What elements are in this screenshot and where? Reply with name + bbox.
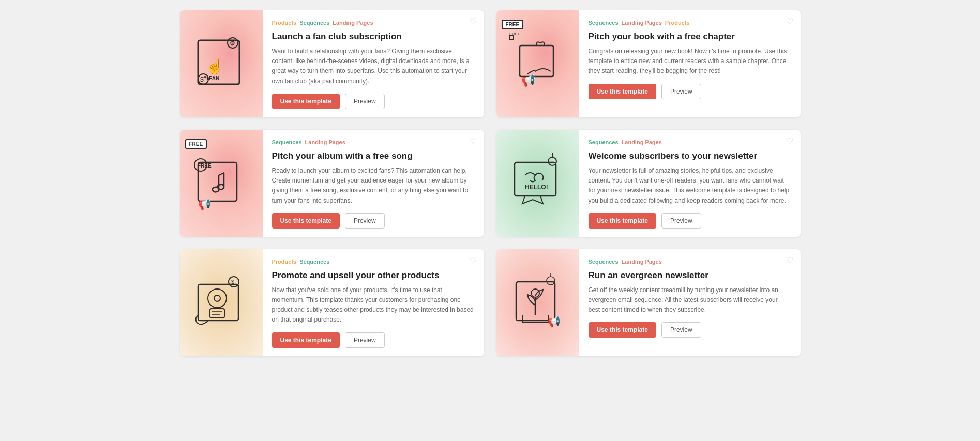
use-template-button-book-chapter[interactable]: Use this template <box>589 84 656 99</box>
svg-text:$: $ <box>200 76 204 83</box>
tag-sequences: Sequences <box>589 19 619 27</box>
card-actions-welcome-newsletter: Use this template Preview <box>589 213 791 229</box>
card-desc-welcome-newsletter: Your newsletter is full of amazing stori… <box>589 166 791 206</box>
card-title-fan-club: Launch a fan club subscription <box>272 31 475 42</box>
favorite-icon-welcome-newsletter[interactable]: ♡ <box>786 136 793 146</box>
card-actions-book-chapter: Use this template Preview <box>589 84 791 99</box>
card-content-evergreen: ♡ SequencesLanding Pages Run an evergree… <box>579 249 801 356</box>
use-template-button-upsell[interactable]: Use this template <box>272 332 340 348</box>
card-actions-album-song: Use this template Preview <box>272 213 475 229</box>
card-content-book-chapter: ♡ SequencesLanding PagesProducts Pitch y… <box>579 10 801 117</box>
use-template-button-evergreen[interactable]: Use this template <box>589 322 656 338</box>
use-template-button-album-song[interactable]: Use this template <box>272 213 340 229</box>
svg-point-21 <box>214 295 220 301</box>
favorite-icon-album-song[interactable]: ♡ <box>470 136 477 146</box>
card-upsell: $ ♡ ProductsSequences Promote and upsell… <box>180 249 484 356</box>
card-image-book-chapter: FREE FREE 📢 <box>496 10 579 117</box>
svg-text:📢: 📢 <box>198 198 211 210</box>
tag-products: Products <box>665 19 690 27</box>
card-tags-fan-club: ProductsSequencesLanding Pages <box>272 19 475 27</box>
card-album-song: FREE FREE 📢 ♡ SequencesLanding Pages Pit… <box>180 130 484 237</box>
card-welcome-newsletter: HELLO! ♡ SequencesLanding Pages Welcome … <box>496 130 801 237</box>
card-title-welcome-newsletter: Welcome subscribers to your newsletter <box>589 150 791 162</box>
card-tags-album-song: SequencesLanding Pages <box>272 138 475 146</box>
svg-text:FREE: FREE <box>198 163 212 169</box>
svg-text:FREE: FREE <box>509 33 520 36</box>
card-desc-upsell: Now that you've sold one of your product… <box>272 285 475 325</box>
card-actions-upsell: Use this template Preview <box>272 332 475 348</box>
card-book-chapter: FREE FREE 📢 ♡ SequencesLanding PagesProd… <box>496 10 801 117</box>
svg-text:#1FAN: #1FAN <box>203 75 219 81</box>
use-template-button-fan-club[interactable]: Use this template <box>272 94 340 109</box>
svg-point-20 <box>208 289 227 308</box>
svg-text:☝: ☝ <box>206 58 224 75</box>
tag-landing-pages: Landing Pages <box>622 138 662 146</box>
preview-button-evergreen[interactable]: Preview <box>661 322 701 338</box>
card-image-album-song: FREE FREE 📢 <box>180 130 263 237</box>
favorite-icon-book-chapter[interactable]: ♡ <box>786 17 793 26</box>
tag-landing-pages: Landing Pages <box>333 19 373 27</box>
tag-landing-pages: Landing Pages <box>622 19 662 27</box>
svg-point-30 <box>547 277 555 285</box>
card-tags-welcome-newsletter: SequencesLanding Pages <box>589 138 791 146</box>
card-actions-fan-club: Use this template Preview <box>272 94 475 109</box>
svg-text:📢: 📢 <box>548 315 561 328</box>
tag-products: Products <box>272 257 297 266</box>
svg-text:$: $ <box>231 279 234 285</box>
template-grid: ☝ #1FAN ⚙ $ ♡ ProductsSequencesLanding P… <box>180 10 801 356</box>
card-title-album-song: Pitch your album with a free song <box>272 150 475 162</box>
tag-sequences: Sequences <box>589 138 619 146</box>
card-actions-evergreen: Use this template Preview <box>589 322 791 338</box>
card-title-book-chapter: Pitch your book with a free chapter <box>589 31 791 42</box>
preview-button-fan-club[interactable]: Preview <box>345 94 385 109</box>
favorite-icon-fan-club[interactable]: ♡ <box>470 17 477 26</box>
card-desc-album-song: Ready to launch your album to excited fa… <box>272 166 475 206</box>
card-desc-evergreen: Get off the weekly content treadmill by … <box>589 285 791 315</box>
svg-text:HELLO!: HELLO! <box>525 184 548 191</box>
tag-landing-pages: Landing Pages <box>305 138 345 146</box>
free-badge: FREE <box>502 20 524 29</box>
svg-text:📢: 📢 <box>521 73 536 87</box>
card-desc-fan-club: Want to build a relationship with your f… <box>272 47 475 86</box>
preview-button-album-song[interactable]: Preview <box>345 213 385 229</box>
favorite-icon-evergreen[interactable]: ♡ <box>786 255 793 265</box>
card-title-upsell: Promote and upsell your other products <box>272 270 475 281</box>
card-content-upsell: ♡ ProductsSequences Promote and upsell y… <box>263 249 484 356</box>
card-title-evergreen: Run an evergreen newsletter <box>589 270 791 281</box>
svg-text:⚙: ⚙ <box>230 40 235 47</box>
tag-products: Products <box>272 19 297 27</box>
card-content-fan-club: ♡ ProductsSequencesLanding Pages Launch … <box>263 10 484 117</box>
card-tags-evergreen: SequencesLanding Pages <box>589 257 791 266</box>
card-desc-book-chapter: Congrats on releasing your new book! Now… <box>589 47 791 77</box>
card-evergreen: 📢 ♡ SequencesLanding Pages Run an evergr… <box>496 249 801 356</box>
svg-rect-15 <box>515 162 556 196</box>
favorite-icon-upsell[interactable]: ♡ <box>470 255 477 265</box>
preview-button-book-chapter[interactable]: Preview <box>661 84 701 99</box>
preview-button-upsell[interactable]: Preview <box>345 332 385 348</box>
card-content-welcome-newsletter: ♡ SequencesLanding Pages Welcome subscri… <box>579 130 801 237</box>
card-image-upsell: $ <box>180 249 263 356</box>
tag-sequences: Sequences <box>299 257 329 266</box>
use-template-button-welcome-newsletter[interactable]: Use this template <box>589 213 656 229</box>
preview-button-welcome-newsletter[interactable]: Preview <box>661 213 701 229</box>
tag-sequences: Sequences <box>272 138 302 146</box>
card-fan-club: ☝ #1FAN ⚙ $ ♡ ProductsSequencesLanding P… <box>180 10 484 117</box>
card-content-album-song: ♡ SequencesLanding Pages Pitch your albu… <box>263 130 484 237</box>
svg-rect-9 <box>520 45 553 77</box>
card-tags-upsell: ProductsSequences <box>272 257 475 266</box>
card-image-welcome-newsletter: HELLO! <box>496 130 579 237</box>
svg-rect-22 <box>210 309 224 318</box>
svg-point-17 <box>548 157 556 165</box>
tag-sequences: Sequences <box>299 19 329 27</box>
tag-landing-pages: Landing Pages <box>622 257 662 266</box>
card-image-evergreen: 📢 <box>496 249 579 356</box>
tag-sequences: Sequences <box>589 257 619 266</box>
card-image-fan-club: ☝ #1FAN ⚙ $ <box>180 10 263 117</box>
card-tags-book-chapter: SequencesLanding PagesProducts <box>589 19 791 27</box>
free-badge: FREE <box>185 139 207 149</box>
